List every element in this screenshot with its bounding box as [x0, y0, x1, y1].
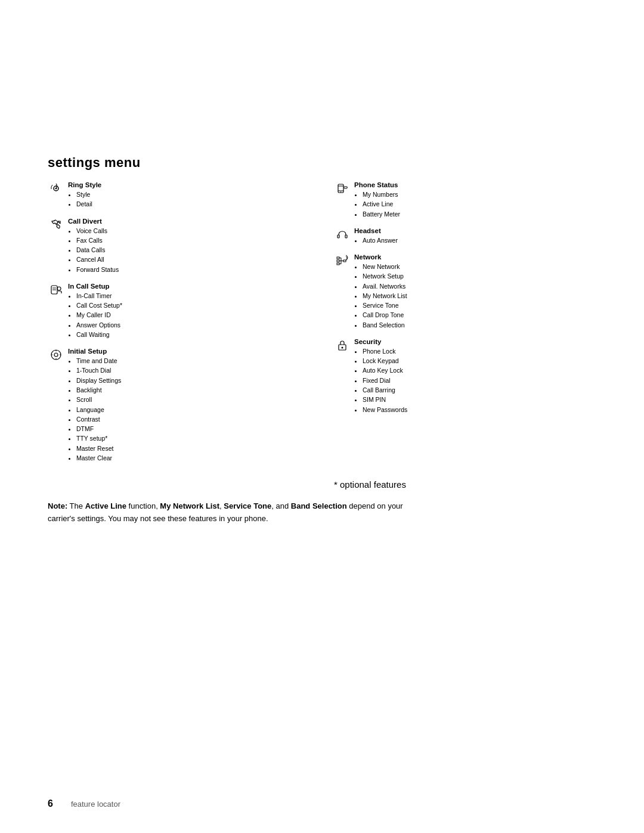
svg-point-15 — [340, 191, 342, 193]
list-item: Fixed Dial — [363, 376, 596, 385]
initial-setup-content: Initial Setup Time and Date 1-Touch Dial… — [68, 348, 310, 463]
security-section: Security Phone Lock Lock Keypad Auto Key… — [334, 338, 596, 414]
list-item: Active Line — [363, 199, 596, 209]
top-space — [48, 24, 596, 155]
note-label: Note: — [48, 501, 67, 510]
in-call-setup-icon — [48, 283, 64, 296]
ring-style-section: Ring Style Style Detail — [48, 181, 310, 209]
list-item: Style — [76, 190, 310, 199]
list-item: Avail. Networks — [363, 281, 596, 291]
note-text: The Active Line function, My Network Lis… — [48, 501, 403, 523]
in-call-setup-section: In Call Setup In-Call Timer Call Cost Se… — [48, 283, 310, 339]
svg-rect-28 — [343, 260, 346, 262]
call-divert-icon — [48, 218, 64, 231]
list-item: Scroll — [76, 395, 310, 404]
security-header: Security — [354, 338, 596, 345]
network-header: Network — [354, 253, 596, 261]
list-item: New Network — [363, 262, 596, 271]
list-item: My Network List — [363, 291, 596, 301]
list-item: Cancel All — [76, 255, 310, 264]
list-item: Service Tone — [363, 301, 596, 310]
footer-page-number: 6 — [48, 798, 53, 809]
phone-status-items: My Numbers Active Line Battery Meter — [354, 190, 596, 219]
network-section: Network New Network Network Setup Avail.… — [334, 253, 596, 330]
ring-style-items: Style Detail — [68, 190, 310, 209]
in-call-setup-header: In Call Setup — [68, 283, 310, 290]
list-item: Call Cost Setup* — [76, 301, 310, 310]
svg-point-5 — [57, 287, 61, 290]
svg-rect-22 — [337, 263, 339, 265]
svg-point-30 — [342, 346, 343, 348]
list-item: Backlight — [76, 385, 310, 395]
headset-content: Headset Auto Answer — [354, 227, 596, 245]
list-item: My Caller ID — [76, 310, 310, 320]
list-item: In-Call Timer — [76, 291, 310, 301]
svg-rect-16 — [344, 187, 347, 188]
headset-section: Headset Auto Answer — [334, 227, 596, 245]
network-items: New Network Network Setup Avail. Network… — [354, 262, 596, 330]
network-content: Network New Network Network Setup Avail.… — [354, 253, 596, 330]
security-items: Phone Lock Lock Keypad Auto Key Lock Fix… — [354, 346, 596, 414]
call-divert-header: Call Divert — [68, 218, 310, 225]
security-icon — [334, 339, 351, 352]
svg-rect-18 — [338, 235, 339, 238]
svg-rect-20 — [337, 257, 339, 259]
ring-style-content: Ring Style Style Detail — [68, 181, 310, 209]
initial-setup-section: Initial Setup Time and Date 1-Touch Dial… — [48, 348, 310, 463]
list-item: Call Drop Tone — [363, 310, 596, 320]
initial-setup-items: Time and Date 1-Touch Dial Display Setti… — [68, 356, 310, 463]
list-item: Lock Keypad — [363, 356, 596, 366]
list-item: Answer Options — [76, 320, 310, 330]
list-item: Master Reset — [76, 444, 310, 453]
list-item: Call Waiting — [76, 330, 310, 339]
list-item: Fax Calls — [76, 236, 310, 245]
call-divert-content: Call Divert Voice Calls Fax Calls Data C… — [68, 218, 310, 274]
list-item: Time and Date — [76, 356, 310, 366]
list-item: Phone Lock — [363, 346, 596, 356]
bold-term-service-tone: Service Tone — [224, 501, 271, 510]
list-item: Contrast — [76, 414, 310, 424]
list-item: My Numbers — [363, 190, 596, 199]
list-item: Call Barring — [363, 385, 596, 395]
headset-header: Headset — [354, 227, 596, 234]
page: settings menu Ring Style Style — [0, 0, 644, 833]
ring-style-header: Ring Style — [68, 181, 310, 188]
list-item: Display Settings — [76, 376, 310, 385]
headset-icon — [334, 228, 351, 241]
svg-point-6 — [51, 350, 61, 360]
optional-features-label: * optional features — [334, 479, 406, 490]
phone-status-section: Phone Status My Numbers Active Line Batt… — [334, 181, 596, 219]
headset-items: Auto Answer — [354, 236, 596, 245]
note-section: Note: The Active Line function, My Netwo… — [48, 500, 417, 525]
right-column: Phone Status My Numbers Active Line Batt… — [334, 181, 596, 471]
menu-grid: Ring Style Style Detail C — [48, 181, 596, 471]
svg-point-7 — [54, 353, 58, 357]
list-item: Voice Calls — [76, 226, 310, 236]
initial-setup-icon — [48, 348, 64, 361]
bottom-space — [48, 525, 596, 775]
security-content: Security Phone Lock Lock Keypad Auto Key… — [354, 338, 596, 414]
list-item: Language — [76, 405, 310, 414]
list-item: 1-Touch Dial — [76, 366, 310, 375]
list-item: DTMF — [76, 424, 310, 433]
list-item: Data Calls — [76, 245, 310, 255]
list-item: Auto Key Lock — [363, 366, 596, 375]
left-column: Ring Style Style Detail C — [48, 181, 310, 471]
phone-status-content: Phone Status My Numbers Active Line Batt… — [354, 181, 596, 219]
svg-rect-19 — [345, 235, 347, 238]
call-divert-section: Call Divert Voice Calls Fax Calls Data C… — [48, 218, 310, 274]
network-icon — [334, 254, 351, 267]
list-item: TTY setup* — [76, 433, 310, 443]
svg-rect-12 — [338, 184, 343, 193]
list-item: Band Selection — [363, 320, 596, 330]
list-item: Detail — [76, 199, 310, 209]
phone-status-header: Phone Status — [354, 181, 596, 188]
bold-term-active-line: Active Line — [85, 501, 126, 510]
footer: 6 feature locator — [48, 798, 596, 809]
list-item: Battery Meter — [363, 209, 596, 219]
svg-rect-21 — [337, 260, 339, 262]
list-item: SIM PIN — [363, 395, 596, 404]
list-item: Auto Answer — [363, 236, 596, 245]
ring-style-icon — [48, 182, 64, 195]
call-divert-items: Voice Calls Fax Calls Data Calls Cancel … — [68, 226, 310, 274]
